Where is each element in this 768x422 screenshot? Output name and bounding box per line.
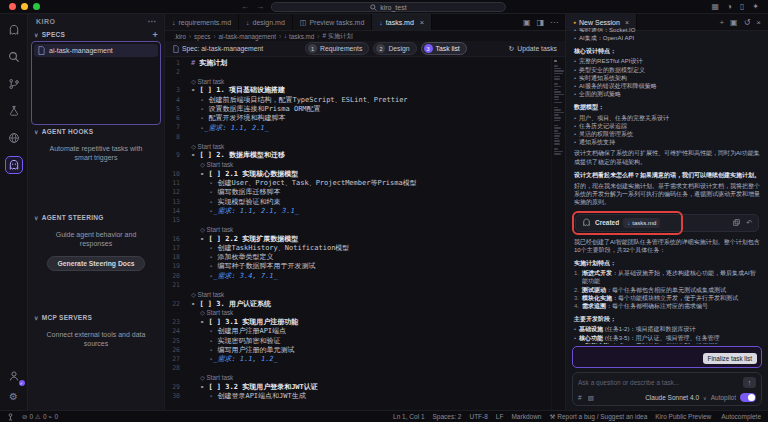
mcp-servers-header[interactable]: ∨ MCP SERVERS (28, 311, 164, 324)
back-icon[interactable]: ← (241, 3, 249, 11)
line-content[interactable]: - [ ] 3. 用户认证系统 (187, 299, 271, 309)
list-item: 1.渐进式开发：从基础设施开始，逐步构建核心功能，最后集成AI智能功能 (574, 269, 760, 285)
source-control-icon[interactable] (5, 75, 23, 93)
list-item-text: 实时通信：Socket.IO (579, 28, 635, 32)
status-warning[interactable]: ⚠0 (35, 413, 46, 421)
line-content[interactable]: ◇ Start task (187, 374, 233, 381)
history-icon[interactable]: ↺ (744, 18, 751, 27)
context-hash-icon[interactable]: # (578, 394, 582, 401)
status-lf[interactable]: LF (496, 413, 504, 421)
spec-item-ai-task-management[interactable]: ai-task-management (34, 44, 158, 57)
line-content[interactable]: - _需求: 1.1, 2.1, 3.1_ (187, 206, 299, 216)
close-window-button[interactable] (9, 3, 16, 10)
settings-gear-icon[interactable]: ⚙ (9, 392, 18, 402)
update-tasks-button[interactable]: ↻ Update tasks (509, 45, 557, 53)
line-content[interactable]: ◇ Start task (187, 291, 224, 298)
line-content[interactable]: ◇ Start task (187, 78, 224, 85)
status-signal[interactable]: ⌁0 (49, 413, 59, 421)
agent-hooks-header[interactable]: ∨ AGENT HOOKS (28, 125, 164, 138)
file-chip-tasks-md[interactable]: ↓tasks.md (623, 218, 660, 228)
generate-steering-docs-button[interactable]: Generate Steering Docs (47, 256, 144, 271)
specs-section-header[interactable]: ∨ SPECS + (28, 28, 164, 41)
status-autocomplete[interactable]: Autocomplete (719, 413, 761, 421)
chat-input[interactable] (578, 379, 739, 386)
start-task-lens[interactable]: ◇ Start task (191, 143, 224, 150)
line-content[interactable]: #实施计划 (187, 58, 227, 68)
line-content[interactable]: - _需求: 3.4, 7.1_ (187, 271, 278, 281)
close-icon[interactable]: × (420, 18, 424, 27)
breadcrumb-item[interactable]: ↓tasks.md (284, 33, 314, 40)
close-panel-icon[interactable]: × (756, 18, 761, 27)
breadcrumb-item[interactable]: ai-task-management (219, 33, 276, 40)
open-preview-icon[interactable]: ▣ (523, 18, 531, 27)
open-in-editor-icon[interactable]: ▣ (730, 18, 738, 27)
start-task-lens[interactable]: ◇ Start task (200, 374, 233, 381)
attach-image-icon[interactable]: ▧ (588, 394, 594, 402)
spec-step-requirements[interactable]: 1Requirements (305, 42, 369, 55)
finalize-task-list-button[interactable]: Finalize task list (703, 353, 757, 364)
tab-requirements.md[interactable]: ↓requirements.md (165, 14, 239, 30)
minimap-mark (554, 60, 557, 62)
minimize-window-button[interactable] (21, 3, 28, 10)
more-actions-icon[interactable]: ⋯ (550, 18, 558, 27)
spec-step-task-list[interactable]: 3Task list (421, 42, 467, 55)
line-content[interactable]: ◇ Start task (187, 309, 233, 316)
status-ln-1-col-1[interactable]: Ln 1, Col 1 (393, 413, 424, 421)
model-selector[interactable]: Claude Sonnet 4.0 (645, 394, 699, 401)
editor-row: 22- [ ] 3. 用户认证系统 (165, 299, 551, 308)
start-task-lens[interactable]: ◇ Start task (191, 291, 224, 298)
remote-indicator[interactable] (7, 413, 14, 421)
breadcrumb-item[interactable]: # 实施计划 (322, 32, 352, 41)
tab-tasks.md[interactable]: ↓tasks.md× (372, 14, 432, 30)
tab-Preview tasks.md[interactable]: ◫Preview tasks.md (293, 14, 372, 30)
send-icon[interactable]: ↑ (743, 377, 756, 388)
start-task-lens[interactable]: ◇ Start task (191, 78, 224, 85)
chat-bubble-icon[interactable]: ✦ (752, 3, 759, 11)
explorer-icon[interactable] (5, 21, 23, 39)
status-error[interactable]: ⊘0 (22, 413, 33, 421)
line-content[interactable]: ◇ Start task (187, 226, 233, 233)
status-markdown[interactable]: Markdown (511, 413, 541, 421)
status-utf-8[interactable]: UTF-8 (469, 413, 487, 421)
line-content[interactable]: - _需求: 1.1, 2.1_ (187, 123, 269, 133)
close-icon[interactable]: × (625, 19, 629, 26)
extensions-icon[interactable] (5, 129, 23, 147)
layout-grid-icon[interactable]: ▦ (711, 3, 719, 11)
line-content[interactable]: - [ ] 2. 数据库模型和迁移 (187, 150, 285, 160)
spec-step-design[interactable]: 2Design (373, 42, 416, 55)
command-center-search[interactable]: kiro_test (271, 2, 506, 12)
tab-design.md[interactable]: ↓design.md (239, 14, 293, 30)
undo-icon[interactable]: ↶ (746, 219, 752, 227)
agent-steering-header[interactable]: ∨ AGENT STEERING (28, 211, 164, 224)
start-task-lens[interactable]: ◇ Start task (200, 309, 233, 316)
debug-icon[interactable] (5, 102, 23, 120)
account-icon[interactable]: ✓ (5, 367, 23, 385)
status-spaces-2[interactable]: Spaces: 2 (433, 413, 462, 421)
toggle-panel-icon[interactable]: ▯ (740, 3, 744, 11)
editor-content[interactable]: 1#实施计划2◇ Start task3- [ ] 1. 项目基础设施搭建4- … (165, 57, 551, 410)
maximize-window-button[interactable] (33, 3, 40, 10)
forward-icon[interactable]: → (256, 3, 264, 11)
line-content[interactable]: ◇ Start task (187, 161, 233, 168)
copy-icon[interactable] (733, 219, 740, 227)
error-icon: ⊘ (22, 413, 27, 421)
line-content[interactable]: - 创建登录API端点和JWT生成 (187, 391, 306, 401)
start-task-lens[interactable]: ◇ Start task (200, 226, 233, 233)
search-icon[interactable] (5, 48, 23, 66)
new-session-icon[interactable]: + (719, 18, 724, 27)
toggle-sidebar-icon[interactable]: ◑ (727, 3, 732, 11)
kiro-ghost-icon[interactable] (5, 156, 23, 174)
status-report-a-bug-suggest-an-idea[interactable]: ⚒Report a bug / Suggest an idea (549, 413, 647, 421)
breadcrumb-item[interactable]: specs (194, 33, 210, 40)
autopilot-toggle[interactable] (740, 393, 756, 402)
line-content[interactable]: - _需求: 1.1, 1.2_ (187, 354, 278, 364)
breadcrumb-item[interactable]: .kiro (174, 33, 186, 40)
minimap[interactable] (551, 57, 565, 410)
status-kiro-public-preview[interactable]: Kiro Public Preview (655, 413, 711, 421)
more-actions-icon[interactable]: ⋯ (148, 17, 157, 26)
problems-status[interactable]: ⊘0⚠0⌁0 (22, 413, 58, 421)
start-task-lens[interactable]: ◇ Start task (200, 161, 233, 168)
line-content[interactable]: ◇ Start task (187, 143, 224, 150)
split-editor-icon[interactable]: ◨ (536, 18, 544, 27)
add-spec-icon[interactable]: + (152, 30, 158, 40)
